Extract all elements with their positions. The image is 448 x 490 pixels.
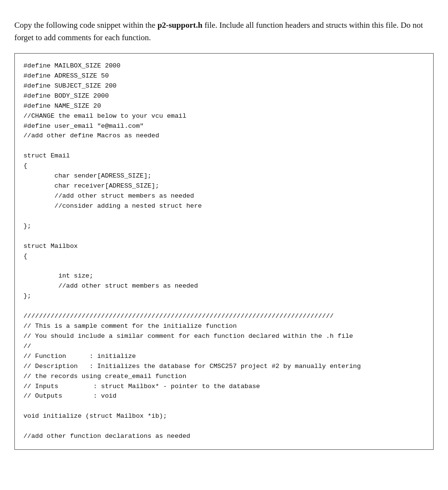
instruction-filename: p2-support.h bbox=[157, 21, 202, 30]
instruction-prefix: Copy the following code snippet within t… bbox=[14, 21, 157, 30]
instruction-paragraph: Copy the following code snippet within t… bbox=[14, 19, 434, 44]
code-block: #define MAILBOX_SIZE 2000 #define ADRESS… bbox=[14, 53, 434, 450]
